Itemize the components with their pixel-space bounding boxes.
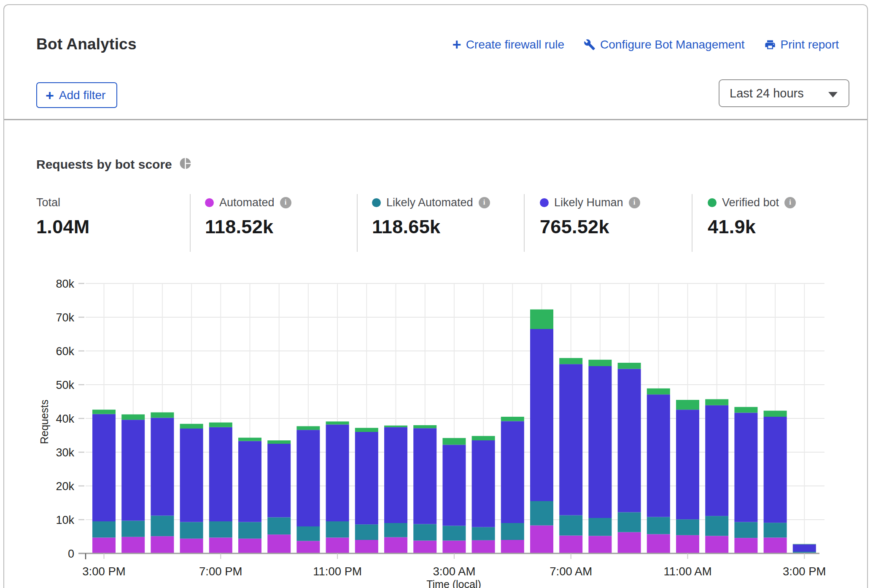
likely-automated-dot-icon [372, 198, 381, 207]
add-filter-label: Add filter [59, 89, 106, 102]
svg-text:11:00 AM: 11:00 AM [663, 565, 711, 578]
create-firewall-rule-link[interactable]: + Create firewall rule [453, 38, 564, 51]
stat-likely-human-value: 765.52k [540, 216, 640, 238]
add-filter-button[interactable]: + Add filter [36, 82, 117, 108]
pie-chart-icon [179, 157, 192, 172]
svg-text:0: 0 [68, 548, 74, 560]
header-actions: + Create firewall rule Configure Bot Man… [453, 38, 839, 51]
stat-automated: Automated i 118.52k [205, 196, 291, 238]
configure-bot-management-link[interactable]: Configure Bot Management [584, 38, 744, 51]
stat-total-value: 1.04M [36, 216, 90, 238]
print-report-label: Print report [781, 38, 839, 51]
likely-human-dot-icon [540, 198, 549, 207]
chevron-down-icon [828, 92, 838, 97]
info-icon[interactable]: i [479, 197, 490, 208]
automated-dot-icon [205, 198, 214, 207]
stat-likely-human-label: Likely Human [554, 196, 623, 209]
svg-text:3:00 PM: 3:00 PM [82, 565, 125, 578]
section-title: Requests by bot score [36, 157, 172, 172]
svg-text:10k: 10k [56, 514, 74, 526]
plus-icon: + [453, 39, 461, 50]
create-firewall-rule-label: Create firewall rule [466, 38, 564, 51]
stat-divider [692, 194, 692, 252]
stat-total-label: Total [36, 196, 60, 209]
svg-text:7:00 PM: 7:00 PM [199, 565, 242, 578]
stat-total: Total 1.04M [36, 196, 90, 238]
header-divider [4, 119, 867, 120]
stat-likely-automated: Likely Automated i 118.65k [372, 196, 490, 238]
svg-text:40k: 40k [56, 413, 74, 425]
stat-verified-bot-label: Verified bot [722, 196, 779, 209]
info-icon[interactable]: i [280, 197, 291, 208]
stat-verified-bot: Verified bot i 41.9k [708, 196, 796, 238]
svg-text:30k: 30k [56, 446, 74, 459]
time-range-value: Last 24 hours [730, 86, 804, 100]
svg-text:50k: 50k [56, 379, 74, 391]
configure-bot-management-label: Configure Bot Management [600, 38, 744, 51]
wrench-icon [584, 39, 595, 51]
svg-text:Time (local): Time (local) [426, 578, 481, 588]
svg-text:3:00 PM: 3:00 PM [783, 565, 826, 578]
plus-icon: + [46, 90, 54, 101]
svg-text:80k: 80k [56, 278, 74, 290]
section-heading: Requests by bot score [36, 157, 192, 172]
page-title: Bot Analytics [36, 35, 137, 53]
info-icon[interactable]: i [629, 197, 640, 208]
svg-text:7:00 AM: 7:00 AM [550, 565, 592, 578]
svg-text:20k: 20k [56, 480, 74, 493]
stat-likely-automated-value: 118.65k [372, 216, 490, 238]
stat-divider [524, 194, 525, 252]
stat-verified-bot-value: 41.9k [708, 216, 796, 238]
print-report-link[interactable]: Print report [764, 38, 839, 51]
stat-likely-automated-label: Likely Automated [386, 196, 473, 209]
stat-divider [357, 194, 358, 252]
stat-automated-value: 118.52k [205, 216, 291, 238]
stat-divider [190, 194, 191, 252]
svg-text:11:00 PM: 11:00 PM [313, 565, 362, 578]
stat-likely-human: Likely Human i 765.52k [540, 196, 640, 238]
requests-chart-svg: 010k20k30k40k50k60k70k80k3:00 PM7:00 PM1… [4, 257, 873, 588]
svg-text:70k: 70k [56, 311, 74, 324]
printer-icon [764, 39, 776, 51]
time-range-select[interactable]: Last 24 hours [719, 79, 849, 107]
svg-text:Requests: Requests [38, 399, 50, 444]
svg-text:3:00 AM: 3:00 AM [433, 565, 475, 578]
info-icon[interactable]: i [784, 197, 796, 208]
bot-analytics-card: Bot Analytics + Create firewall rule Con… [3, 4, 868, 588]
verified-bot-dot-icon [708, 198, 717, 207]
requests-by-bot-score-chart: 010k20k30k40k50k60k70k80k3:00 PM7:00 PM1… [4, 257, 873, 588]
svg-text:60k: 60k [56, 345, 74, 358]
stat-automated-label: Automated [219, 196, 275, 209]
